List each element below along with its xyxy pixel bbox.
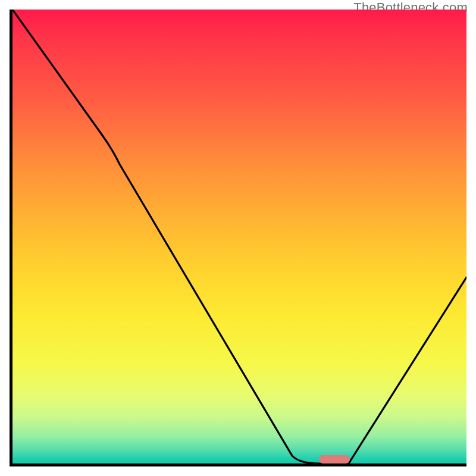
bottleneck-curve-path (12, 10, 466, 464)
chart-container: TheBottleneck.com (0, 0, 476, 476)
curve-svg (12, 10, 466, 464)
plot-area (10, 10, 466, 466)
optimal-range-marker (319, 455, 350, 464)
